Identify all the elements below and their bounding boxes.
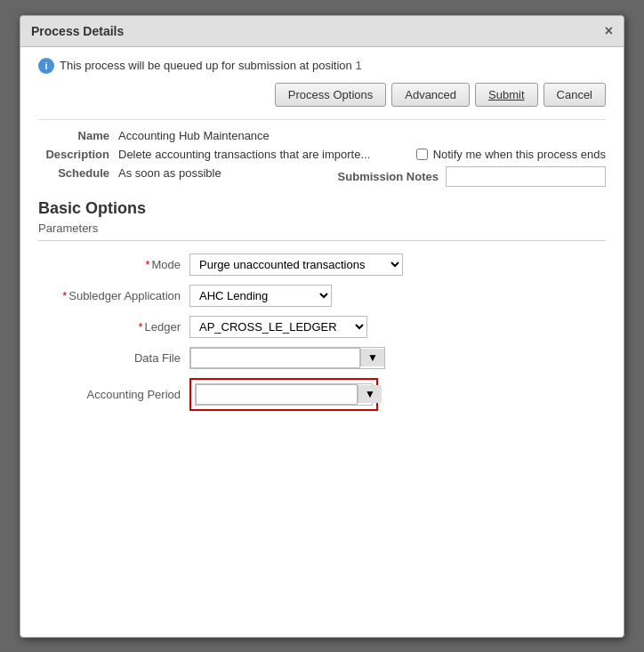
subledger-row: *Subledger Application AHC Lending AHC P… [47, 285, 606, 307]
parameters-label: Parameters [38, 221, 606, 235]
accounting-period-label: Accounting Period [47, 388, 189, 401]
notify-row: Notify me when this process ends [416, 148, 606, 161]
accounting-period-inner: Dec-21 ▼ [195, 383, 373, 406]
subledger-control: AHC Lending AHC Payables AHC Receivables [189, 285, 332, 307]
close-button[interactable]: × [605, 23, 613, 39]
accounting-period-row: Accounting Period Dec-21 ▼ [47, 378, 606, 411]
data-file-label: Data File [47, 351, 189, 365]
submit-button[interactable]: Submit [475, 83, 537, 107]
meta-section: Name Accounting Hub Maintenance Descript… [38, 119, 606, 187]
data-file-input[interactable] [190, 348, 360, 368]
data-file-row: Data File ▼ [47, 347, 606, 369]
mode-label: *Mode [47, 258, 189, 271]
params-section: *Mode Purge unaccounted transactions Cre… [38, 254, 606, 411]
subledger-select[interactable]: AHC Lending AHC Payables AHC Receivables [189, 285, 332, 307]
ledger-row: *Ledger AP_CROSS_LE_LEDGER LEDGER_1 LEDG… [47, 316, 606, 338]
mode-select[interactable]: Purge unaccounted transactions Create Ac… [189, 254, 403, 276]
ledger-label: *Ledger [47, 320, 189, 334]
cancel-button[interactable]: Cancel [543, 83, 606, 107]
submission-row: Submission Notes [338, 166, 606, 187]
process-details-dialog: Process Details × i This process will be… [20, 15, 624, 638]
info-text: This process will be queued up for submi… [60, 59, 362, 72]
toolbar: Process Options Advanced Submit Cancel [38, 83, 606, 107]
desc-row: Description Delete accounting transactio… [38, 148, 606, 161]
submission-notes-label: Submission Notes [338, 170, 439, 183]
accounting-period-highlight: Dec-21 ▼ [189, 378, 378, 411]
ledger-select[interactable]: AP_CROSS_LE_LEDGER LEDGER_1 LEDGER_2 [189, 316, 367, 338]
accounting-period-control: Dec-21 ▼ [189, 378, 378, 411]
ledger-control: AP_CROSS_LE_LEDGER LEDGER_1 LEDGER_2 [189, 316, 367, 338]
advanced-button[interactable]: Advanced [391, 83, 470, 107]
name-value: Accounting Hub Maintenance [118, 129, 270, 142]
schedule-value: As soon as possible [118, 166, 221, 180]
mode-row: *Mode Purge unaccounted transactions Cre… [47, 254, 606, 276]
basic-options-section: Basic Options Parameters *Mode Purge una… [38, 199, 606, 411]
schedule-row: Schedule As soon as possible Submission … [38, 166, 606, 187]
desc-label: Description [38, 148, 118, 161]
dialog-body: i This process will be queued up for sub… [20, 47, 624, 637]
data-file-control: ▼ [189, 347, 385, 369]
data-file-dropdown-btn[interactable]: ▼ [360, 349, 384, 366]
notify-checkbox[interactable] [416, 149, 428, 160]
dialog-header: Process Details × [20, 16, 624, 47]
subledger-label: *Subledger Application [47, 289, 189, 302]
accounting-period-input[interactable]: Dec-21 [196, 384, 358, 405]
divider [38, 240, 606, 241]
submission-notes-input[interactable] [446, 166, 606, 187]
ledger-required-star: * [138, 320, 142, 334]
dialog-title: Process Details [31, 24, 124, 38]
basic-options-title: Basic Options [38, 199, 606, 218]
schedule-label: Schedule [38, 166, 118, 180]
info-bar: i This process will be queued up for sub… [38, 58, 606, 74]
notify-label: Notify me when this process ends [433, 148, 606, 161]
accounting-period-dropdown-btn[interactable]: ▼ [358, 385, 382, 403]
mode-required-star: * [145, 258, 149, 271]
name-label: Name [38, 129, 118, 142]
desc-value: Delete accounting transactions that are … [118, 148, 370, 161]
subledger-required-star: * [62, 289, 67, 302]
info-icon: i [38, 58, 54, 74]
mode-control: Purge unaccounted transactions Create Ac… [189, 254, 403, 276]
process-options-button[interactable]: Process Options [275, 83, 386, 107]
name-row: Name Accounting Hub Maintenance [38, 129, 606, 142]
data-file-wrapper: ▼ [189, 347, 385, 369]
position-link[interactable]: 1 [355, 59, 361, 72]
